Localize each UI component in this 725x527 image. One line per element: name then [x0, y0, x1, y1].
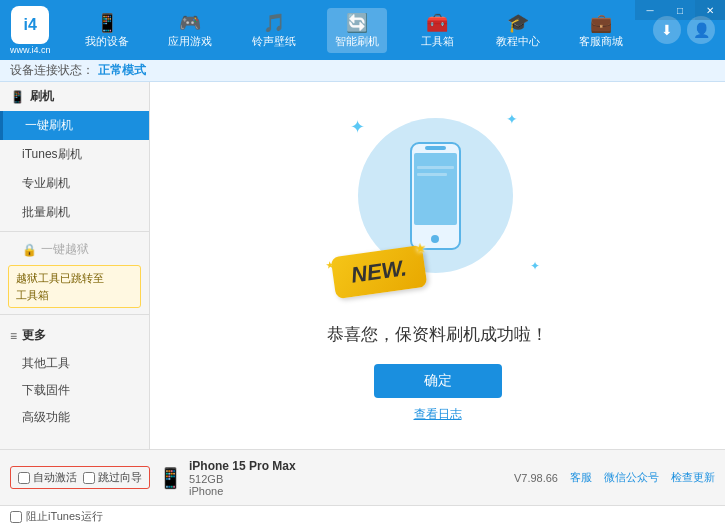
- app-games-icon: 🎮: [179, 12, 201, 34]
- service-icon: 💼: [590, 12, 612, 34]
- check-update-link[interactable]: 检查更新: [671, 470, 715, 485]
- sparkle-icon-3: ✦: [530, 259, 540, 273]
- toolbox-icon: 🧰: [426, 12, 448, 34]
- flash-section-icon: 📱: [10, 90, 25, 104]
- confirm-button[interactable]: 确定: [374, 364, 502, 398]
- itunes-checkbox[interactable]: [10, 511, 22, 523]
- guide-activate-checkbox[interactable]: [83, 472, 95, 484]
- device-bar: 自动激活 跳过向导 📱 iPhone 15 Pro Max 512GB iPho…: [0, 449, 725, 505]
- maximize-button[interactable]: □: [665, 0, 695, 20]
- sidebar-item-one-key-flash[interactable]: 一键刷机: [0, 111, 149, 140]
- auto-activate-checkbox-label[interactable]: 自动激活: [18, 470, 77, 485]
- success-message: 恭喜您，保资料刷机成功啦！: [327, 323, 548, 346]
- nav-service-label: 客服商城: [579, 34, 623, 49]
- smart-flash-icon: 🔄: [346, 12, 368, 34]
- mode-value: 正常模式: [98, 62, 146, 79]
- nav-smart-flash-label: 智能刷机: [335, 34, 379, 49]
- more-section-icon: ≡: [10, 329, 17, 343]
- ringtone-icon: 🎵: [263, 12, 285, 34]
- svg-rect-4: [417, 166, 454, 169]
- logo-icon: i4: [24, 16, 37, 34]
- flash-section-title: 刷机: [30, 88, 54, 105]
- nav-app-games-label: 应用游戏: [168, 34, 212, 49]
- sidebar-item-jailbreak-disabled: 🔒 一键越狱: [0, 236, 149, 263]
- tutorial-icon: 🎓: [507, 12, 529, 34]
- nav-tutorial-label: 教程中心: [496, 34, 540, 49]
- device-storage: 512GB: [189, 473, 296, 485]
- version-label: V7.98.66: [514, 472, 558, 484]
- sidebar-item-itunes-flash[interactable]: iTunes刷机: [0, 140, 149, 169]
- sidebar-item-download-fw[interactable]: 下载固件: [0, 377, 149, 404]
- nav-ringtone-label: 铃声壁纸: [252, 34, 296, 49]
- more-section-title: 更多: [22, 327, 46, 344]
- auto-activate-section: 自动激活 跳过向导: [10, 466, 150, 489]
- logo-url: www.i4.cn: [10, 45, 51, 55]
- svg-rect-2: [425, 146, 446, 150]
- mode-bar: 设备连接状态： 正常模式: [0, 60, 725, 82]
- nav-service[interactable]: 💼 客服商城: [571, 8, 631, 53]
- device-icon: 📱: [158, 466, 183, 490]
- success-illustration: NEW. ★ ★ ✦ ✦ ✦: [328, 108, 548, 308]
- sparkle-icon: ✦: [350, 116, 365, 138]
- itunes-bar: 阻止iTunes运行: [0, 505, 725, 527]
- nav-smart-flash[interactable]: 🔄 智能刷机: [327, 8, 387, 53]
- sparkle-icon-2: ✦: [506, 111, 518, 127]
- device-type: iPhone: [189, 485, 296, 497]
- wechat-link[interactable]: 微信公众号: [604, 470, 659, 485]
- device-info: 📱 iPhone 15 Pro Max 512GB iPhone: [158, 459, 506, 497]
- sidebar-item-batch-flash[interactable]: 批量刷机: [0, 198, 149, 227]
- new-badge-text: NEW.: [349, 255, 408, 288]
- close-button[interactable]: ✕: [695, 0, 725, 20]
- svg-rect-5: [417, 173, 447, 176]
- guide-activate-label: 跳过向导: [98, 470, 142, 485]
- sidebar-item-advanced[interactable]: 高级功能: [0, 404, 149, 431]
- phone-illustration: [403, 141, 468, 251]
- auto-activate-checkbox[interactable]: [18, 472, 30, 484]
- minimize-button[interactable]: ─: [635, 0, 665, 20]
- sidebar-item-other-tools[interactable]: 其他工具: [0, 350, 149, 377]
- nav-app-games[interactable]: 🎮 应用游戏: [160, 8, 220, 53]
- sidebar-item-pro-flash[interactable]: 专业刷机: [0, 169, 149, 198]
- my-device-icon: 📱: [96, 12, 118, 34]
- nav-my-device-label: 我的设备: [85, 34, 129, 49]
- nav-toolbox[interactable]: 🧰 工具箱: [410, 8, 465, 53]
- content-area: NEW. ★ ★ ✦ ✦ ✦ 恭喜您，保资料刷机成功啦！ 确定 查看日志: [150, 82, 725, 449]
- svg-point-3: [431, 235, 439, 243]
- device-name: iPhone 15 Pro Max: [189, 459, 296, 473]
- mode-label: 设备连接状态：: [10, 62, 94, 79]
- skin-link[interactable]: 客服: [570, 470, 592, 485]
- guide-activate-checkbox-label[interactable]: 跳过向导: [83, 470, 142, 485]
- itunes-label: 阻止iTunes运行: [26, 509, 103, 524]
- user-button[interactable]: 👤: [687, 16, 715, 44]
- nav-tutorial[interactable]: 🎓 教程中心: [488, 8, 548, 53]
- auto-activate-label: 自动激活: [33, 470, 77, 485]
- jailbreak-notice: 越狱工具已跳转至工具箱: [8, 265, 141, 308]
- logo: i4 www.i4.cn: [10, 6, 51, 55]
- download-button[interactable]: ⬇: [653, 16, 681, 44]
- itunes-checkbox-label[interactable]: 阻止iTunes运行: [10, 509, 103, 524]
- svg-rect-1: [414, 153, 457, 225]
- view-log-link[interactable]: 查看日志: [414, 406, 462, 423]
- nav-toolbox-label: 工具箱: [421, 34, 454, 49]
- nav-my-device[interactable]: 📱 我的设备: [77, 8, 137, 53]
- sidebar: 📱 刷机 一键刷机 iTunes刷机 专业刷机 批量刷机 🔒 一键越狱: [0, 82, 150, 449]
- nav-ringtone[interactable]: 🎵 铃声壁纸: [244, 8, 304, 53]
